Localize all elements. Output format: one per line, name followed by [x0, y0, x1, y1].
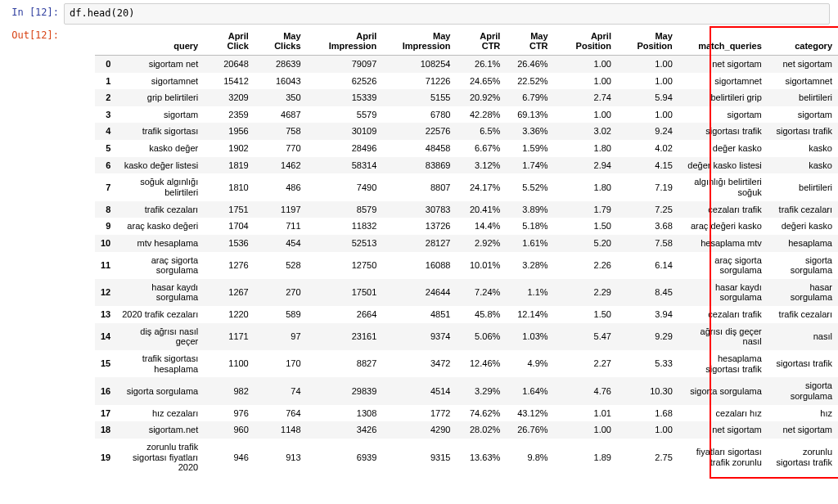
table-cell: fiyatları sigortası trafik zorunlu: [678, 439, 768, 476]
table-cell: 770: [255, 140, 307, 157]
row-index: 19: [95, 439, 116, 476]
table-cell: kasko: [768, 140, 838, 157]
row-index: 13: [95, 306, 116, 323]
row-index: 12: [95, 279, 116, 306]
table-cell: trafik cezaları: [116, 201, 204, 218]
row-index: 3: [95, 106, 116, 124]
table-cell: ağrısı diş geçer nasıl: [678, 323, 768, 350]
table-cell: 1308: [307, 405, 383, 422]
table-cell: 42.28%: [456, 106, 506, 124]
table-cell: 7.25: [617, 201, 678, 218]
table-cell: 10.30: [617, 377, 678, 404]
column-header: May Clicks: [255, 28, 307, 56]
table-cell: 22.52%: [506, 73, 553, 90]
table-cell: 1.64%: [506, 377, 553, 404]
table-cell: 71226: [382, 73, 456, 90]
table-cell: 5.47: [554, 323, 617, 350]
table-row: 5kasko değer190277028496484586.67%1.59%1…: [95, 140, 838, 157]
table-cell: 8579: [307, 201, 383, 218]
table-row: 12hasar kaydı sorgulama12672701750124644…: [95, 279, 838, 306]
table-cell: 9315: [382, 439, 456, 476]
table-row: 6kasko değer listesi1819146258314838693.…: [95, 157, 838, 174]
column-header: category: [768, 28, 838, 56]
table-cell: 7490: [307, 173, 383, 200]
table-cell: 170: [255, 350, 307, 377]
table-cell: hesaplama sigortası trafik: [678, 350, 768, 377]
table-cell: 52513: [307, 235, 383, 252]
code-input[interactable]: df.head(20): [64, 3, 830, 25]
table-cell: cezaları trafik: [678, 201, 768, 218]
table-cell: değeri kasko: [768, 218, 838, 235]
table-cell: 5.18%: [506, 218, 553, 235]
table-cell: belirtileri: [768, 173, 838, 200]
table-cell: net sigortam: [768, 55, 838, 72]
table-cell: 1810: [204, 173, 255, 200]
table-row: 3sigortam235946875579678042.28%69.13%1.0…: [95, 106, 838, 124]
table-cell: 1.00: [554, 73, 617, 90]
table-cell: 83869: [382, 157, 456, 174]
table-cell: 3.36%: [506, 123, 553, 140]
row-index: 9: [95, 218, 116, 235]
table-cell: mtv hesaplama: [116, 235, 204, 252]
table-cell: sigorta sorgulama: [768, 377, 838, 404]
input-prompt: In [12]:: [0, 3, 64, 21]
table-cell: 29839: [307, 377, 383, 404]
table-cell: 13.63%: [456, 439, 506, 476]
table-cell: 9.8%: [506, 439, 553, 476]
table-cell: 6780: [382, 106, 456, 124]
table-cell: 1276: [204, 252, 255, 279]
table-cell: 350: [255, 89, 307, 106]
table-cell: 1.50: [554, 218, 617, 235]
table-cell: 6.5%: [456, 123, 506, 140]
table-cell: 30109: [307, 123, 383, 140]
table-cell: 69.13%: [506, 106, 553, 124]
table-cell: 45.8%: [456, 306, 506, 323]
table-row: 2grip belirtileri320935015339515520.92%6…: [95, 89, 838, 106]
table-cell: 1462: [255, 157, 307, 174]
table-cell: 4.76: [554, 377, 617, 404]
table-cell: sigorta sorgulama: [768, 252, 838, 279]
table-cell: 1267: [204, 279, 255, 306]
table-cell: 30783: [382, 201, 456, 218]
table-cell: 9.29: [617, 323, 678, 350]
table-cell: 1.68: [617, 405, 678, 422]
table-header: queryApril ClickMay ClicksApril Impressi…: [95, 28, 838, 56]
table-cell: hesaplama mtv: [678, 235, 768, 252]
column-header: April Position: [554, 28, 617, 56]
table-cell: araç kasko değeri: [116, 218, 204, 235]
table-cell: 4.02: [617, 140, 678, 157]
table-cell: 8827: [307, 350, 383, 377]
column-header: May Impression: [382, 28, 456, 56]
table-cell: 3.68: [617, 218, 678, 235]
table-cell: 1.59%: [506, 140, 553, 157]
table-cell: 454: [255, 235, 307, 252]
table-cell: 1.00: [617, 106, 678, 124]
table-cell: cezaları hız: [678, 405, 768, 422]
table-cell: 24644: [382, 279, 456, 306]
table-cell: 62526: [307, 73, 383, 90]
table-cell: 12.14%: [506, 306, 553, 323]
table-row: 11araç sigorta sorgulama1276528127501608…: [95, 252, 838, 279]
table-row: 10mtv hesaplama153645452513281272.92%1.6…: [95, 235, 838, 252]
table-cell: 15339: [307, 89, 383, 106]
table-cell: 1704: [204, 218, 255, 235]
table-cell: 1.01: [554, 405, 617, 422]
row-index: 1: [95, 73, 116, 90]
column-header: match_queries: [678, 28, 768, 56]
table-cell: 26.1%: [456, 55, 506, 72]
table-cell: kasko değer listesi: [116, 157, 204, 174]
table-cell: hasar kaydı sorgulama: [678, 279, 768, 306]
table-cell: 28639: [255, 55, 307, 72]
table-cell: kasko: [768, 157, 838, 174]
table-cell: 4514: [382, 377, 456, 404]
table-cell: 1.00: [617, 421, 678, 439]
table-cell: 982: [204, 377, 255, 404]
table-cell: 3.89%: [506, 201, 553, 218]
table-row: 9araç kasko değeri1704711118321372614.4%…: [95, 218, 838, 235]
table-cell: 3.02: [554, 123, 617, 140]
table-row: 15trafik sigortası hesaplama110017088273…: [95, 350, 838, 377]
table-cell: 2.92%: [456, 235, 506, 252]
table-cell: hasar kaydı sorgulama: [116, 279, 204, 306]
row-index: 4: [95, 123, 116, 140]
table-cell: sigortamnet: [116, 73, 204, 90]
